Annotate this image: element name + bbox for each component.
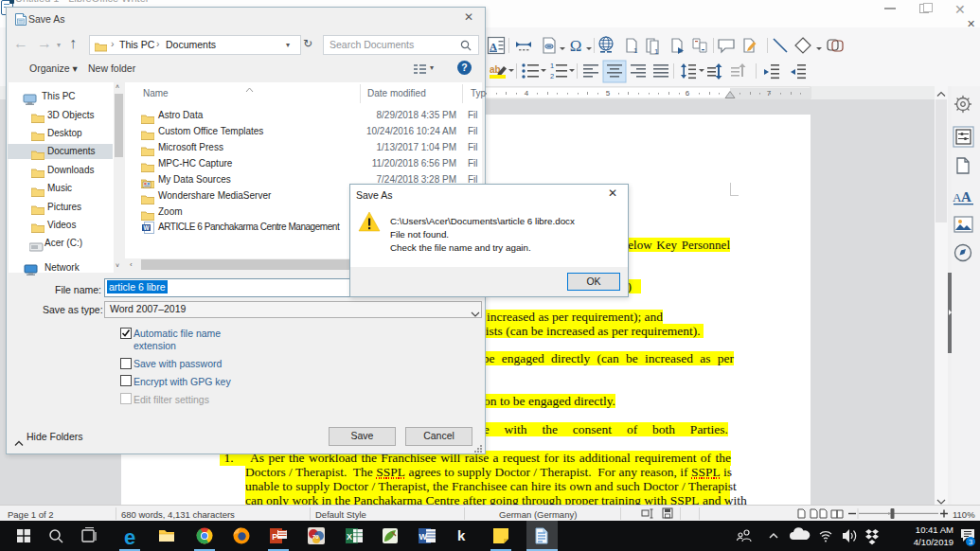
svg-text:X: X — [347, 532, 352, 542]
svg-text:e: e — [124, 525, 135, 549]
svg-text:70: 70 — [312, 534, 319, 540]
svg-text:A: A — [961, 189, 971, 204]
svg-text:k: k — [457, 527, 466, 543]
svg-text:P: P — [272, 532, 277, 542]
svg-text:W: W — [419, 532, 428, 542]
svg-text:W: W — [143, 224, 150, 231]
svg-text:3: 3 — [969, 538, 972, 546]
